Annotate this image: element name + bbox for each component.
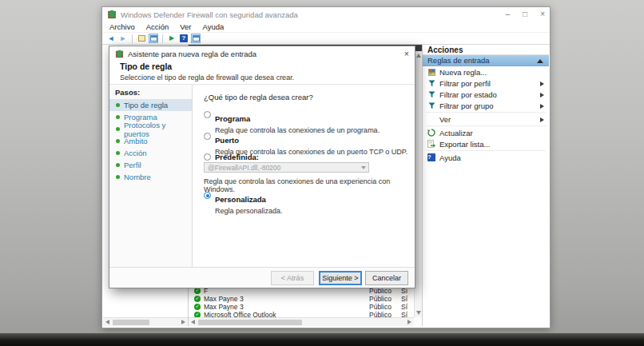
radio-personalizada[interactable]: [204, 192, 211, 199]
action-item-exportar-lista[interactable]: Exportar lista...: [423, 138, 549, 149]
option-label: Programa: [215, 114, 250, 123]
action-item-label: Ver: [439, 115, 451, 124]
screenshot-background: Windows Defender Firewall con seguridad …: [0, 0, 644, 346]
action-item-filtrar-por-estado[interactable]: Filtrar por estado: [423, 89, 549, 100]
step-accion[interactable]: Acción: [109, 147, 192, 159]
rule-profile: Público: [369, 303, 398, 311]
step-bullet-icon: [116, 115, 120, 119]
tree-horizontal-scrollbar[interactable]: [103, 317, 188, 326]
toolbar-separator: [162, 34, 163, 43]
chevron-down-icon: [361, 166, 366, 169]
export-list-icon[interactable]: ▶: [167, 34, 177, 43]
show-console-tree-icon[interactable]: [137, 34, 146, 43]
scrollbar-thumb[interactable]: [198, 320, 302, 325]
option-personalizada[interactable]: Personalizada Regla personalizada.: [204, 191, 283, 215]
blank-icon: [427, 115, 435, 123]
step-bullet-icon: [116, 127, 120, 131]
rule-profile: Público: [369, 295, 398, 303]
step-bullet-icon: [116, 163, 120, 167]
page-bottom-shadow: [0, 333, 644, 346]
rule-row[interactable]: Max Payne 3 Público Sí: [189, 303, 414, 311]
maximize-icon[interactable]: □: [523, 10, 527, 18]
predefined-rule-value: @FirewallAPI.dll,-80200: [208, 164, 280, 172]
scroll-left-icon[interactable]: [105, 320, 109, 324]
scroll-up-icon[interactable]: [416, 54, 421, 58]
dialog-close-icon[interactable]: ×: [404, 50, 409, 58]
actions-panel-header: Acciones: [423, 45, 549, 55]
help-icon[interactable]: ?: [179, 34, 189, 43]
action-item-ayuda[interactable]: ? Ayuda: [423, 152, 549, 163]
wizard-steps-panel: Pasos: Tipo de regla Programa Protocolos…: [109, 85, 193, 267]
step-perfil[interactable]: Perfil: [109, 159, 192, 171]
actions-separator: [426, 112, 546, 113]
forward-icon[interactable]: ►: [118, 34, 128, 43]
step-label: Perfil: [124, 161, 141, 169]
step-label: Protocolos y puertos: [124, 121, 192, 138]
action-item-ver[interactable]: Ver: [423, 113, 549, 125]
step-bullet-icon: [116, 175, 120, 179]
menu-ayuda[interactable]: Ayuda: [202, 22, 224, 31]
rule-row[interactable]: Max Payne 3 Público Sí: [189, 295, 414, 303]
dialog-title: Asistente para nueva regla de entrada: [128, 50, 256, 58]
rule-enabled: Sí: [401, 295, 414, 303]
radio-puerto[interactable]: [204, 133, 211, 140]
actions-context-label: Reglas de entrada: [427, 56, 490, 65]
action-item-nueva-regla[interactable]: Nueva regla...: [423, 66, 549, 78]
step-tipo-de-regla[interactable]: Tipo de regla: [109, 99, 192, 111]
step-label: Ámbito: [124, 137, 148, 145]
close-icon[interactable]: ×: [540, 10, 545, 18]
page-title: Tipo de regla: [120, 61, 415, 71]
option-predefinida[interactable]: Predefinida:: [204, 153, 259, 161]
step-bullet-icon: [116, 139, 120, 143]
radio-programa[interactable]: [204, 111, 211, 118]
minimize-icon[interactable]: –: [506, 10, 511, 18]
submenu-arrow-icon: [540, 104, 544, 109]
funnel-icon: [427, 101, 435, 109]
scroll-down-icon[interactable]: [416, 311, 421, 315]
scroll-left-icon[interactable]: [191, 320, 195, 324]
page-subtitle: Seleccione el tipo de regla de firewall …: [120, 71, 415, 82]
step-protocolos-y-puertos[interactable]: Protocolos y puertos: [109, 123, 192, 135]
list-horizontal-scrollbar[interactable]: [189, 317, 414, 326]
predefined-rule-select: @FirewallAPI.dll,-80200: [204, 162, 369, 173]
wizard-content: ¿Qué tipo de regla desea crear? Programa…: [193, 85, 415, 267]
funnel-icon: [427, 79, 435, 87]
action-pane-icon[interactable]: [191, 34, 201, 43]
new-rule-icon: [427, 68, 435, 76]
action-item-actualizar[interactable]: Actualizar: [423, 127, 549, 138]
dialog-titlebar[interactable]: Asistente para nueva regla de entrada ×: [109, 46, 415, 61]
actions-separator: [426, 150, 546, 151]
console-window-icon[interactable]: [149, 34, 158, 43]
dialog-header: Tipo de regla Seleccione el tipo de regl…: [109, 61, 415, 85]
option-label: Predefinida:: [215, 153, 259, 161]
action-item-label: Actualizar: [439, 129, 473, 137]
option-label: Personalizada: [215, 195, 266, 204]
menu-accion[interactable]: Acción: [146, 22, 169, 31]
rule-name: Max Payne 3: [204, 295, 366, 303]
option-programa[interactable]: Programa Regla que controla las conexion…: [204, 110, 380, 134]
submenu-arrow-icon: [540, 93, 544, 97]
rule-enabled-check-icon: [194, 304, 201, 310]
toolbar: ◄ ► ▶ ?: [102, 33, 550, 45]
back-button[interactable]: < Atrás: [271, 271, 314, 285]
scrollbar-thumb[interactable]: [113, 320, 149, 325]
menu-archivo[interactable]: Archivo: [109, 22, 135, 31]
action-item-label: Exportar lista...: [439, 140, 490, 149]
radio-predefinida[interactable]: [204, 153, 211, 161]
action-item-filtrar-por-grupo[interactable]: Filtrar por grupo: [423, 100, 549, 111]
menu-ver[interactable]: Ver: [180, 22, 191, 31]
rule-type-question: ¿Qué tipo de regla desea crear?: [204, 93, 313, 101]
action-item-label: Nueva regla...: [439, 68, 487, 77]
funnel-icon: [427, 90, 435, 98]
cancel-button[interactable]: Cancelar: [365, 271, 408, 285]
collapse-icon[interactable]: [537, 59, 543, 63]
actions-context-bar[interactable]: Reglas de entrada: [423, 55, 549, 66]
next-button[interactable]: Siguiente >: [319, 271, 362, 285]
rule-enabled: Sí: [401, 303, 414, 311]
back-icon[interactable]: ◄: [106, 34, 116, 43]
window-titlebar[interactable]: Windows Defender Firewall con seguridad …: [102, 7, 550, 22]
scroll-right-icon[interactable]: [181, 320, 185, 324]
action-item-filtrar-por-perfil[interactable]: Filtrar por perfil: [423, 78, 549, 89]
step-nombre[interactable]: Nombre: [109, 171, 192, 183]
scroll-right-icon[interactable]: [407, 320, 411, 324]
